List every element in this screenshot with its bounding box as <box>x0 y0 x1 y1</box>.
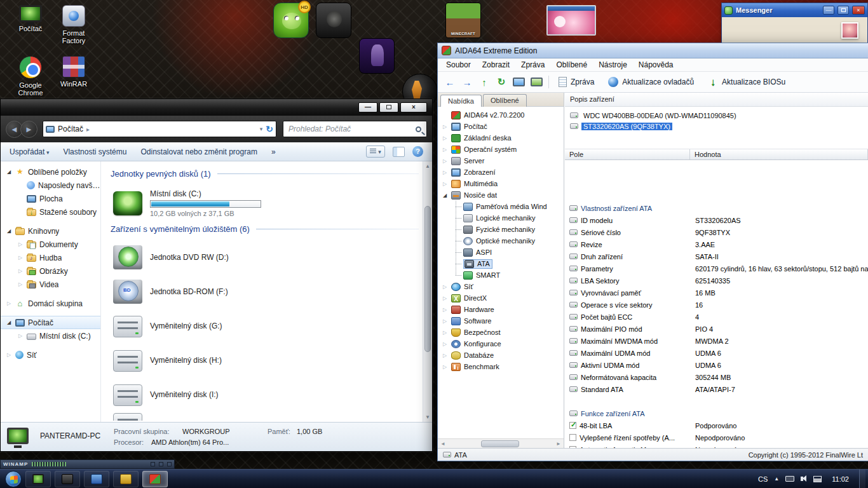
drive-item-jednotka-bd-rom-f[interactable]: Jednotka BD-ROM (F:) <box>111 274 419 309</box>
sidebar-item-obrazky[interactable]: ▷Obrázky <box>1 264 100 278</box>
horizontal-scrollbar[interactable]: ◄ ► <box>438 438 564 448</box>
winamp-shade-window[interactable]: WINAMP <box>0 459 175 469</box>
nav-back-button[interactable]: ← <box>444 77 456 88</box>
shortcut-bad-piggies[interactable]: HD <box>273 3 309 38</box>
table-row[interactable]: Maximální PIO módPIO 4 <box>565 323 868 335</box>
sidebar-item-dokumenty[interactable]: ▷Dokumenty <box>1 238 100 251</box>
menu-oblibene[interactable]: Oblíbené <box>550 60 593 69</box>
table-row[interactable]: LBA Sektory625140335 <box>565 274 868 287</box>
help-button[interactable]: ? <box>412 146 423 157</box>
close-button[interactable]: × <box>400 102 427 112</box>
tree-item-pametova-media-wind[interactable]: Paměťová média Wind <box>438 201 564 212</box>
collapsed-arrow-icon[interactable]: ▷ <box>442 124 448 130</box>
device-item-wdc-wd400bb-00dea0-wd-wmad11090845[interactable]: WDC WD400BB-00DEA0 (WD-WMAD11090845) <box>565 110 868 121</box>
scroll-right-arrow-icon[interactable]: ► <box>553 439 564 449</box>
refresh-button[interactable]: ↻ <box>496 76 507 88</box>
computer-summary-button[interactable] <box>513 78 525 86</box>
collapsed-arrow-icon[interactable]: ▷ <box>17 281 24 287</box>
table-row[interactable]: Neformátovaná kapacita305244 MB <box>565 371 868 383</box>
tree-item-nosice-dat[interactable]: ◢Nosiče dat <box>438 189 564 201</box>
collapsed-arrow-icon[interactable]: ▷ <box>6 301 12 306</box>
tree-item-benchmark[interactable]: ▷Benchmark <box>438 361 564 372</box>
tree-item-konfigurace[interactable]: ▷Konfigurace <box>438 338 564 349</box>
winamp-shade-button[interactable] <box>159 462 163 466</box>
desktop-icon-format-factory[interactable]: Format Factory <box>51 5 97 44</box>
tree-item-logicke-mechaniky[interactable]: Logické mechaniky <box>438 212 564 224</box>
table-row[interactable]: Druh zařízeníSATA-II <box>565 250 868 262</box>
table-row[interactable]: Standard ATAATA/ATAPI-7 <box>565 383 868 395</box>
tree-item-hardware[interactable]: ▷Hardware <box>438 304 564 315</box>
sidebar-item-domaci-skupina[interactable]: ▷⌂Domácí skupina <box>1 297 100 310</box>
vertical-scrollbar[interactable]: ▲ ▼ <box>423 161 432 422</box>
column-header-hodnota[interactable]: Hodnota <box>690 149 868 159</box>
winamp-close-button[interactable] <box>167 462 172 466</box>
tree-item-multimedia[interactable]: ▷Multimédia <box>438 178 564 189</box>
table-row[interactable]: Operace s více sektory16 <box>565 299 868 311</box>
preview-pane-button[interactable] <box>393 147 405 157</box>
device-item-st3320620as-9qf38tyx[interactable]: ST3320620AS (9QF38TYX) <box>565 121 868 132</box>
hidden-icons-arrow-icon[interactable]: ▲ <box>774 476 779 482</box>
collapsed-arrow-icon[interactable]: ▷ <box>442 158 448 164</box>
forward-button[interactable]: ► <box>20 121 37 138</box>
show-desktop-button[interactable] <box>859 470 865 488</box>
collapsed-arrow-icon[interactable]: ▷ <box>442 147 448 152</box>
menu-nastroje[interactable]: Nástroje <box>593 60 633 69</box>
maximize-button[interactable] <box>379 102 398 112</box>
scrollbar-thumb[interactable] <box>424 206 431 352</box>
tree-item-bezpecnost[interactable]: ▷Bezpečnost <box>438 327 564 338</box>
change-view-button[interactable]: ▾ <box>366 146 385 158</box>
sidebar-item-sit[interactable]: ▷Síť <box>1 348 100 362</box>
sidebar-item-naposledy-navstivene[interactable]: Naposledy navštívené <box>1 179 100 192</box>
search-input[interactable]: Prohledat: Počítač <box>283 121 427 137</box>
keyboard-tray-icon[interactable] <box>785 476 794 482</box>
table-group-row[interactable]: Vlastnosti zařízení ATA <box>565 202 868 214</box>
sidebar-item-videa[interactable]: ▷Videa <box>1 278 100 291</box>
drive-item-jednotka-dvd-rw-d[interactable]: Jednotka DVD RW (D:) <box>111 240 419 274</box>
sidebar-item-hudba[interactable]: ▷Hudba <box>1 251 100 264</box>
tree-item-databaze[interactable]: ▷Databáze <box>438 349 564 361</box>
command-odinstalovat-nebo-zmenit-program[interactable]: Odinstalovat nebo změnit program <box>140 147 257 156</box>
collapsed-arrow-icon[interactable]: ▷ <box>442 330 448 336</box>
toolbar-button-aktualizace-biosu[interactable]: Aktualizace BIOSu <box>704 75 789 89</box>
shortcut-dark-game[interactable] <box>316 3 351 38</box>
taskbar-button-4[interactable] <box>113 471 139 487</box>
collapsed-arrow-icon[interactable]: ▷ <box>17 333 24 339</box>
collapsed-arrow-icon[interactable]: ▷ <box>442 170 448 175</box>
command-item[interactable]: » <box>271 147 276 156</box>
sidebar-item-knihovny[interactable]: ◢Knihovny <box>1 224 100 238</box>
collapsed-arrow-icon[interactable]: ▷ <box>6 352 12 358</box>
tree-item-pocitac[interactable]: ▷Počítač <box>438 121 564 132</box>
menu-zobrazit[interactable]: Zobrazit <box>477 60 515 69</box>
nav-forward-button[interactable]: → <box>461 77 473 88</box>
tree-item-software[interactable]: ▷Software <box>438 315 564 327</box>
tab-nabidka[interactable]: Nabídka <box>440 95 482 107</box>
table-row[interactable]: Maximální UDMA módUDMA 6 <box>565 347 868 359</box>
volume-icon[interactable] <box>801 477 803 481</box>
sidebar-item-plocha[interactable]: Plocha <box>1 192 100 205</box>
minimize-button[interactable]: — <box>358 102 377 112</box>
menu-napoveda[interactable]: Nápověda <box>633 60 679 69</box>
collapsed-arrow-icon[interactable]: ▷ <box>442 284 448 290</box>
report-wizard-button[interactable] <box>531 78 543 86</box>
tree-item-smart[interactable]: SMART <box>438 269 564 281</box>
taskbar-button-1[interactable] <box>25 471 51 487</box>
tree-item-ata[interactable]: ATA <box>438 258 564 269</box>
table-row[interactable]: Aktivní UDMA módUDMA 6 <box>565 359 868 371</box>
drive-item-mistni-disk-c[interactable]: Místní disk (C:)10,2 GB volných z 37,1 G… <box>111 185 419 222</box>
tree-item-aspi[interactable]: ASPI <box>438 247 564 258</box>
menu-soubor[interactable]: Soubor <box>440 60 477 69</box>
messenger-titlebar[interactable]: Messenger — × <box>722 3 867 17</box>
scrollbar-thumb[interactable] <box>481 440 519 447</box>
shortcut-minecraft[interactable]: MINECRAFT <box>445 3 481 38</box>
taskbar-button-2[interactable] <box>55 471 80 487</box>
table-row[interactable]: Maximální MWDMA módMWDMA 2 <box>565 335 868 347</box>
collapsed-arrow-icon[interactable]: ▷ <box>17 255 24 261</box>
desktop-icon-computer[interactable]: Počítač <box>8 5 53 32</box>
table-row[interactable]: Parametry620179 cylindrů, 16 hlav, 63 se… <box>565 262 868 274</box>
drive-item-vymenitelny-disk-g[interactable]: Vyměnitelný disk (G:) <box>111 309 419 343</box>
expanded-arrow-icon[interactable]: ◢ <box>6 169 12 175</box>
address-dropdown-icon[interactable]: ▾ <box>260 126 263 132</box>
command-vlastnosti-systemu[interactable]: Vlastnosti systému <box>63 147 126 156</box>
column-header-pole[interactable]: Pole <box>565 149 690 159</box>
sidebar-item-mistni-disk-c[interactable]: ▷Místní disk (C:) <box>1 329 100 342</box>
